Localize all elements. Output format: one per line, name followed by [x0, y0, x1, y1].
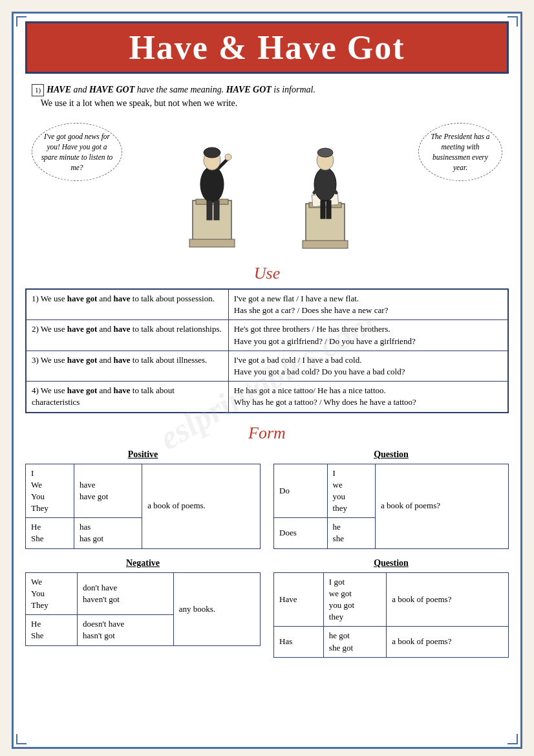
- form-section-title: Form: [25, 424, 509, 443]
- positive-section: Positive I We You They have have got a b…: [25, 449, 261, 549]
- question2-title: Question: [273, 558, 509, 568]
- svg-point-14: [314, 167, 336, 201]
- q1-subject-2: he she: [327, 518, 375, 548]
- q1-subject-1: I we you they: [327, 464, 375, 518]
- neg-subject-1: We You They: [26, 572, 78, 615]
- svg-point-18: [317, 148, 333, 157]
- svg-rect-11: [303, 241, 348, 248]
- intro-section: 1)HAVE and HAVE GOT have the same meanin…: [25, 83, 509, 110]
- q2-object-2: a book of poems?: [387, 627, 509, 657]
- negative-title: Negative: [25, 558, 261, 568]
- use-section-title: Use: [25, 264, 509, 283]
- page-container: eslprintables.com Have & Have Got 1)HAVE…: [12, 12, 522, 749]
- question2-table: Have I got we got you got they a book of…: [273, 572, 509, 658]
- negative-table: We You They don't have haven't got any b…: [25, 572, 261, 646]
- use-table: 1) We use have got and have to talk abou…: [25, 288, 509, 413]
- question1-table: Do I we you they a book of poems? Does h…: [273, 464, 509, 549]
- svg-rect-20: [326, 200, 331, 219]
- use-row-right: He has got a nice tattoo/ He has a nice …: [228, 382, 508, 413]
- neg-verb-1: don't have haven't got: [78, 572, 174, 615]
- question1-section: Question Do I we you they a book of poem…: [273, 449, 509, 549]
- neg-verb-2: doesn't have hasn't got: [78, 615, 174, 645]
- positive-subject-2: He She: [26, 518, 74, 548]
- positive-verb-2: has has got: [74, 518, 142, 548]
- svg-rect-19: [321, 200, 325, 219]
- use-row-right: He's got three brothers / He has three b…: [228, 320, 508, 351]
- form-grid-top: Positive I We You They have have got a b…: [25, 449, 509, 549]
- negative-section: Negative We You They don't have haven't …: [25, 558, 261, 658]
- neg-subject-2: He She: [26, 615, 78, 645]
- svg-rect-7: [207, 200, 212, 220]
- question1-title: Question: [273, 449, 509, 460]
- svg-rect-1: [189, 239, 235, 247]
- person-left: [173, 136, 251, 259]
- speech-bubble-right: The President has a meeting with busines…: [418, 123, 502, 181]
- q2-aux-2: Has: [274, 627, 324, 657]
- question2-section: Question Have I got we got you got they …: [273, 558, 509, 658]
- main-title: Have & Have Got: [37, 28, 497, 67]
- use-row-left: 1) We use have got and have to talk abou…: [26, 289, 228, 320]
- title-box: Have & Have Got: [25, 21, 509, 74]
- q2-subject-1: I got we got you got they: [323, 572, 387, 627]
- illustration-area: I've got good news for you! Have you got…: [25, 116, 509, 259]
- speech-bubble-left: I've got good news for you! Have you got…: [32, 123, 122, 181]
- neg-object-1: any books.: [173, 572, 260, 645]
- use-row-left: 2) We use have got and have to talk abou…: [26, 320, 228, 351]
- q2-object-1: a book of poems?: [387, 572, 509, 627]
- svg-point-9: [225, 154, 231, 160]
- intro-number: 1): [32, 84, 44, 96]
- use-row-right: I've got a new flat / I have a new flat.…: [228, 289, 508, 320]
- positive-table: I We You They have have got a book of po…: [25, 464, 261, 549]
- q1-aux-1: Do: [274, 464, 328, 518]
- positive-object-1: a book of poems.: [142, 464, 261, 548]
- q2-aux-1: Have: [274, 572, 324, 627]
- use-row-left: 3) We use have got and have to talk abou…: [26, 351, 228, 381]
- positive-verb-1: have have got: [74, 464, 142, 518]
- svg-rect-8: [214, 200, 219, 220]
- q1-aux-2: Does: [274, 518, 328, 548]
- positive-title: Positive: [25, 449, 261, 460]
- use-row-left: 4) We use have got and have to talk abou…: [26, 382, 228, 413]
- positive-subject-1: I We You They: [26, 464, 74, 518]
- form-grid-bottom: Negative We You They don't have haven't …: [25, 558, 509, 658]
- q1-object-1: a book of poems?: [375, 464, 508, 548]
- svg-point-6: [204, 147, 220, 158]
- use-row-right: I've got a bad cold / I have a bad cold.…: [228, 351, 508, 381]
- svg-point-3: [200, 166, 224, 202]
- person-right: [290, 136, 361, 259]
- q2-subject-2: he got she got: [323, 627, 387, 657]
